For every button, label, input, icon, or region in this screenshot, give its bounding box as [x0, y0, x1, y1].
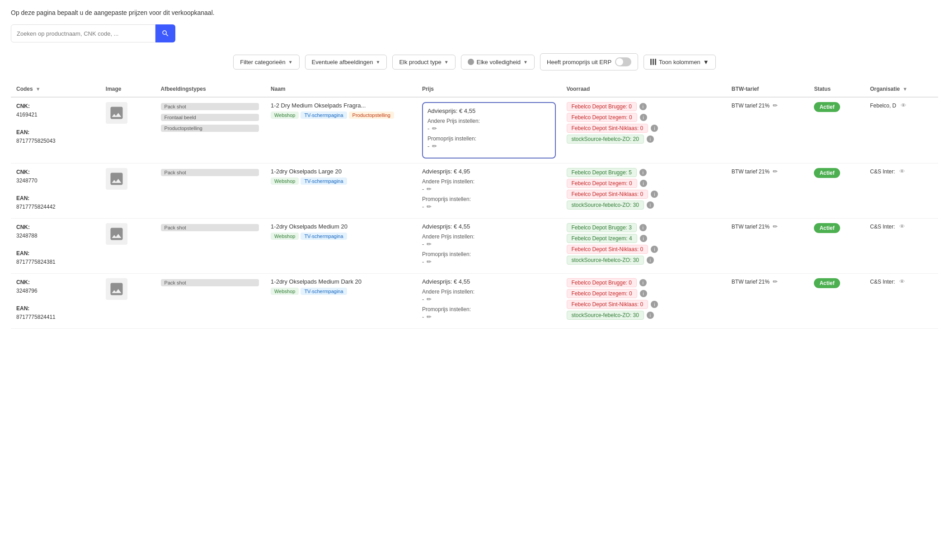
price-block: Adviesprijs: € 4,55 Andere Prijs instell… — [422, 223, 556, 265]
image-type-badge: Pack shot — [161, 103, 259, 110]
stock-info-icon[interactable]: i — [639, 224, 647, 231]
edit-promo-prijs-icon[interactable]: ✏ — [427, 203, 432, 210]
view-org-icon[interactable]: 👁 — [899, 168, 905, 175]
edit-btw-icon[interactable]: ✏ — [773, 168, 778, 175]
stock-badge: Febelco Depot Sint-Niklaas: 0 — [567, 124, 648, 133]
btw-block: BTW tarief 21% ✏ — [732, 102, 803, 109]
search-button[interactable] — [155, 24, 175, 42]
andere-prijs-label: Andere Prijs instellen: — [422, 178, 556, 185]
adviesprijs-value: Adviesprijs: € 4,55 — [428, 107, 475, 114]
andere-prijs-edit: - ✏ — [422, 186, 556, 192]
search-icon — [161, 29, 169, 37]
stock-info-icon[interactable]: i — [651, 301, 658, 308]
search-input[interactable] — [11, 24, 155, 42]
andere-prijs-label: Andere Prijs instellen: — [422, 233, 556, 240]
table-row: CNK: 3248796 EAN: 8717775824411 Pack sho… — [11, 274, 938, 329]
product-name: 1-2dry Okselpads Large 20 — [271, 168, 411, 175]
filter-images-button[interactable]: Eventuele afbeeldingen ▼ — [305, 55, 387, 70]
stock-info-icon[interactable]: i — [639, 103, 647, 110]
stock-info-icon[interactable]: i — [640, 235, 647, 242]
status-badge: Actief — [814, 102, 840, 112]
cell-prijs: Adviesprijs: € 4,55 Andere Prijs instell… — [417, 97, 561, 163]
org-name: C&S Inter: — [870, 279, 895, 285]
stock-badge: Febelco Depot Izegem: 4 — [567, 234, 637, 243]
stock-info-icon[interactable]: i — [651, 191, 658, 198]
product-tag: TV-schermpagina — [301, 112, 347, 119]
view-org-icon[interactable]: 👁 — [899, 278, 905, 285]
stock-info-icon[interactable]: i — [651, 246, 658, 253]
price-block: Adviesprijs: € 4,95 Andere Prijs instell… — [422, 168, 556, 210]
cell-status: Actief — [808, 97, 864, 163]
org-filter-icon[interactable]: ▼ — [902, 86, 907, 92]
cell-codes: CNK: 3248770 EAN: 8717775824442 — [11, 163, 100, 219]
stock-info-icon[interactable]: i — [647, 257, 654, 264]
filter-completeness-button[interactable]: Elke volledigheid ▼ — [461, 55, 535, 70]
stock-info-icon[interactable]: i — [647, 312, 654, 319]
stock-row: Febelco Depot Izegem: 4 i — [567, 234, 721, 243]
edit-andere-prijs-icon[interactable]: ✏ — [432, 125, 437, 132]
completeness-dot-icon — [468, 59, 474, 65]
andere-prijs-dash: - — [428, 125, 429, 132]
cell-image — [100, 274, 155, 329]
edit-andere-prijs-icon[interactable]: ✏ — [427, 296, 432, 303]
cell-prijs: Adviesprijs: € 4,95 Andere Prijs instell… — [417, 163, 561, 219]
edit-btw-icon[interactable]: ✏ — [773, 223, 778, 230]
andere-prijs-label: Andere Prijs instellen: — [428, 118, 550, 124]
andere-prijs-edit: - ✏ — [428, 125, 550, 132]
status-badge: Actief — [814, 168, 840, 178]
edit-promo-prijs-icon[interactable]: ✏ — [427, 313, 432, 320]
filter-product-type-button[interactable]: Elk product type ▼ — [392, 55, 455, 70]
codes-filter-icon[interactable]: ▼ — [36, 86, 41, 92]
stock-info-icon[interactable]: i — [647, 201, 654, 209]
promo-erp-toggle[interactable] — [615, 57, 631, 66]
edit-andere-prijs-icon[interactable]: ✏ — [427, 241, 432, 247]
cell-codes: CNK: 4169421 EAN: 8717775825043 — [11, 97, 100, 163]
stock-row: Febelco Depot Brugge: 3 i — [567, 223, 721, 232]
product-name: 1-2dry Okselpads Medium 20 — [271, 223, 411, 230]
cell-image-types: Pack shot — [155, 163, 266, 219]
stock-info-icon[interactable]: i — [639, 169, 647, 176]
stock-row: stockSource-febelco-ZO: 20 i — [567, 135, 721, 144]
edit-promo-prijs-icon[interactable]: ✏ — [427, 258, 432, 265]
org-name: Febelco, D — [870, 103, 896, 109]
stock-badge: Febelco Depot Brugge: 3 — [567, 223, 637, 232]
product-tag: Webshop — [271, 112, 299, 119]
cell-btw: BTW tarief 21% ✏ — [726, 163, 809, 219]
stock-badge: Febelco Depot Izegem: 0 — [567, 113, 637, 122]
btw-label: BTW tarief 21% — [732, 103, 770, 109]
product-name: 1-2dry Okselpads Medium Dark 20 — [271, 278, 411, 285]
stock-info-icon[interactable]: i — [651, 125, 658, 132]
table-row: CNK: 4169421 EAN: 8717775825043 Pack sho… — [11, 97, 938, 163]
view-org-icon[interactable]: 👁 — [899, 223, 905, 230]
edit-andere-prijs-icon[interactable]: ✏ — [427, 186, 432, 192]
filter-categories-button[interactable]: Filter categorieën ▼ — [233, 55, 299, 70]
status-badge: Actief — [814, 223, 840, 233]
cell-voorraad: Febelco Depot Brugge: 5 i Febelco Depot … — [561, 163, 726, 219]
stock-badge: stockSource-febelco-ZO: 30 — [567, 256, 644, 265]
stock-row: Febelco Depot Brugge: 0 i — [567, 278, 721, 287]
stock-info-icon[interactable]: i — [640, 290, 647, 297]
columns-button[interactable]: Toon kolommen ▼ — [644, 55, 716, 70]
stock-row: Febelco Depot Brugge: 5 i — [567, 168, 721, 177]
stock-badge: stockSource-febelco-ZO: 30 — [567, 311, 644, 320]
stock-info-icon[interactable]: i — [647, 135, 654, 143]
stock-info-icon[interactable]: i — [640, 114, 647, 121]
stock-info-icon[interactable]: i — [640, 180, 647, 187]
stock-badge: Febelco Depot Sint-Niklaas: 0 — [567, 190, 648, 199]
image-type-badge: Pack shot — [161, 279, 259, 286]
cell-codes: CNK: 3248788 EAN: 8717775824381 — [11, 219, 100, 274]
edit-promo-prijs-icon[interactable]: ✏ — [432, 143, 437, 149]
edit-btw-icon[interactable]: ✏ — [773, 278, 778, 285]
stock-info-icon[interactable]: i — [639, 279, 647, 286]
th-afbeeldingstypes: Afbeeldingstypes — [155, 81, 266, 97]
page-wrapper: Op deze pagina bepaalt u de aangepaste p… — [0, 0, 949, 338]
th-organisatie: Organisatie ▼ — [864, 81, 938, 97]
promo-erp-toggle-wrapper: Heeft promoprijs uit ERP — [540, 53, 638, 70]
image-type-badge: Pack shot — [161, 224, 259, 231]
cell-btw: BTW tarief 21% ✏ — [726, 97, 809, 163]
andere-prijs-label: Andere Prijs instellen: — [422, 289, 556, 295]
view-org-icon[interactable]: 👁 — [901, 102, 907, 109]
edit-btw-icon[interactable]: ✏ — [773, 102, 778, 109]
cell-image — [100, 97, 155, 163]
cell-btw: BTW tarief 21% ✏ — [726, 219, 809, 274]
